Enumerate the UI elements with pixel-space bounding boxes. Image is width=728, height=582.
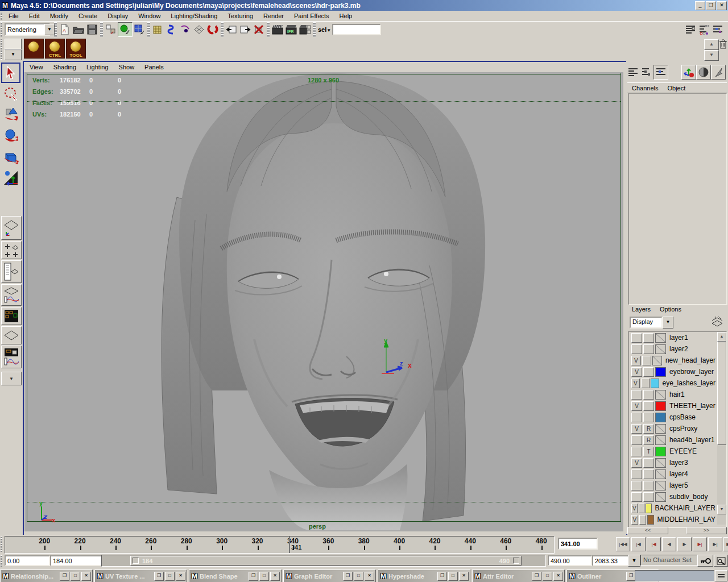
layer-type-toggle[interactable]	[643, 344, 654, 354]
layer-color-swatch[interactable]	[655, 367, 666, 377]
shelf-tab-switcher[interactable]	[5, 39, 22, 49]
lasso-tool-button[interactable]	[1, 84, 20, 104]
layout-persp-only-button[interactable]	[1, 326, 22, 344]
menu-edit[interactable]: Edit	[24, 11, 45, 20]
minimized-window-relationship-editor[interactable]: M Relationship... ❐ □ ✕	[0, 569, 93, 582]
layer-type-toggle[interactable]	[643, 390, 654, 400]
minimized-window-hypershade[interactable]: M Hypershade ❐ □ ✕	[378, 569, 470, 582]
minimized-window-uv-texture-editor[interactable]: M UV Texture ... ❐ □ ✕	[94, 569, 187, 582]
layer-type-toggle[interactable]	[642, 356, 652, 365]
layer-visibility-toggle[interactable]	[631, 413, 642, 422]
layer-visibility-toggle[interactable]	[631, 481, 642, 490]
close-icon[interactable]: ✕	[553, 572, 563, 581]
layer-color-swatch[interactable]	[655, 413, 666, 422]
range-slider-track[interactable]: 184 490	[101, 555, 546, 567]
maximize-icon[interactable]: □	[259, 572, 269, 581]
menu-paint-effects[interactable]: Paint Effects	[289, 11, 334, 20]
layer-name[interactable]: MIDDLEHAIR_LAY	[655, 516, 715, 523]
menu-render[interactable]: Render	[258, 11, 289, 20]
current-frame-field[interactable]	[558, 538, 598, 550]
menu-set-dropdown-arrow-icon[interactable]: ▼	[44, 24, 55, 35]
layer-color-swatch[interactable]	[655, 469, 666, 479]
layout-single-pane-button[interactable]	[1, 216, 22, 240]
layer-visibility-toggle[interactable]	[631, 435, 642, 445]
menu-set-selector[interactable]: Rendering ▼	[5, 23, 50, 36]
layer-row[interactable]: Vlayer3	[629, 457, 715, 468]
restore-icon[interactable]: ❐	[437, 572, 447, 581]
quick-select-menu[interactable]: sel▼	[318, 26, 331, 33]
step-back-key-button[interactable]: |◀	[647, 537, 661, 551]
layer-visibility-toggle[interactable]: V	[631, 401, 642, 411]
quick-select-input[interactable]	[332, 24, 381, 35]
show-manipulator-tool-button[interactable]	[1, 168, 20, 188]
layout-hypershade-persp-button[interactable]	[1, 307, 22, 325]
layer-type-toggle[interactable]	[643, 469, 654, 479]
move-tool-button[interactable]	[1, 105, 20, 125]
restore-icon[interactable]: ❐	[249, 572, 258, 581]
scale-tool-button[interactable]	[1, 147, 20, 167]
layer-row[interactable]: layer1	[629, 332, 715, 343]
layer-color-swatch[interactable]	[655, 390, 666, 400]
shelf-scroll-down-button[interactable]: ▼	[704, 50, 719, 61]
menu-lighting-shading[interactable]: Lighting/Shading	[166, 11, 222, 20]
layer-visibility-toggle[interactable]: V	[631, 504, 638, 513]
outline-view-button[interactable]	[640, 65, 653, 79]
restore-icon[interactable]: ❐	[60, 572, 69, 581]
range-handle-left-grip[interactable]	[133, 558, 139, 564]
command-line-toggle-button[interactable]	[715, 570, 727, 581]
restore-icon[interactable]: ❐	[343, 572, 353, 581]
show-channel-box-button[interactable]	[711, 23, 725, 36]
range-handle-right-grip[interactable]	[513, 558, 519, 564]
maximize-icon[interactable]: □	[354, 572, 363, 581]
layer-color-swatch[interactable]	[655, 447, 666, 456]
layer-visibility-toggle[interactable]: V	[631, 458, 642, 468]
layer-name[interactable]: layer2	[667, 345, 688, 353]
snap-to-curve-button[interactable]	[165, 23, 179, 36]
layer-visibility-toggle[interactable]: V	[631, 367, 642, 377]
toolbar-group-grip[interactable]	[267, 22, 270, 37]
character-set-selector[interactable]: No Character Set	[640, 555, 698, 566]
layer-row[interactable]: TEYEEYE	[629, 446, 715, 457]
maximize-icon[interactable]: □	[71, 572, 80, 581]
layer-name[interactable]: eye_lashes_layer	[660, 379, 715, 387]
layer-name[interactable]: hair1	[667, 390, 685, 398]
minimize-button[interactable]: _	[695, 1, 705, 10]
restore-icon[interactable]: ❐	[154, 572, 164, 581]
close-icon[interactable]: ✕	[459, 572, 469, 581]
layer-color-swatch[interactable]	[655, 333, 666, 343]
playback-start-field[interactable]	[50, 555, 102, 566]
close-icon[interactable]: ✕	[176, 572, 185, 581]
move-manipulator[interactable]: y z x	[377, 337, 423, 377]
layer-type-toggle[interactable]	[641, 379, 650, 388]
layer-type-toggle[interactable]	[643, 492, 654, 502]
layer-color-swatch[interactable]	[655, 424, 666, 434]
options-menu[interactable]: Options	[655, 305, 686, 314]
layer-visibility-toggle[interactable]: V	[631, 379, 640, 388]
scroll-down-icon[interactable]: ▼	[717, 505, 726, 514]
menu-display[interactable]: Display	[102, 11, 133, 20]
construction-history-toggle-button[interactable]	[252, 23, 266, 36]
layer-name[interactable]: layer1	[667, 334, 688, 342]
step-back-frame-button[interactable]: |◀	[631, 537, 646, 551]
layer-color-swatch[interactable]	[655, 401, 666, 411]
layer-row[interactable]: VBACKHAIR_LAYER	[629, 502, 715, 514]
layer-color-swatch[interactable]	[655, 481, 666, 490]
layer-mode-selector[interactable]: Display	[630, 317, 663, 329]
toolbar-drag-handle[interactable]	[1, 22, 2, 37]
go-to-end-button[interactable]: ▶▶|	[723, 537, 728, 551]
layer-name[interactable]: head4b_layer1	[667, 436, 714, 444]
toolbar-group-grip[interactable]	[147, 22, 150, 37]
shelf-item-ctrl[interactable]: CTRL	[45, 39, 65, 59]
scroll-right-button[interactable]: >>	[686, 527, 727, 534]
layer-type-toggle[interactable]	[643, 401, 654, 411]
layer-visibility-toggle[interactable]	[631, 447, 642, 456]
layer-name[interactable]: new_head_layer	[663, 356, 715, 364]
female-head-model[interactable]	[24, 72, 623, 531]
layer-row[interactable]: layer4	[629, 468, 715, 480]
select-object-button[interactable]	[118, 22, 133, 37]
select-pointer-button[interactable]	[711, 65, 726, 80]
maximize-icon[interactable]: □	[165, 572, 175, 581]
shelf-scroll-up-button[interactable]: ▲	[704, 39, 719, 50]
list-input-connections-button[interactable]	[225, 23, 238, 36]
shelf-item-sphere[interactable]	[24, 39, 44, 59]
